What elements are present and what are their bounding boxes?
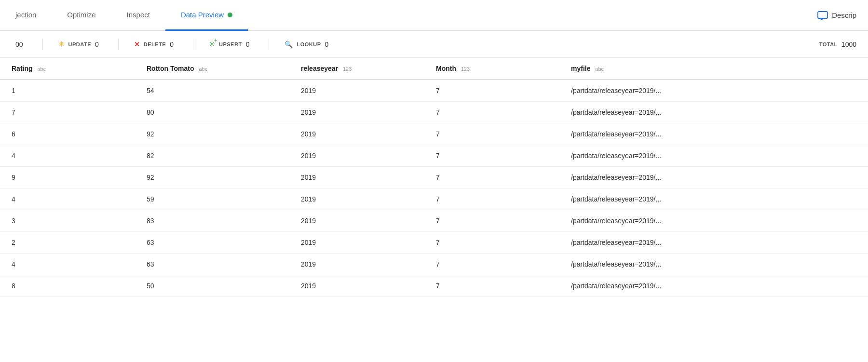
cell-myfile: /partdata/releaseyear=2019/... — [559, 102, 868, 123]
cell-myfile: /partdata/releaseyear=2019/... — [559, 167, 868, 188]
col-header-month[interactable]: Month 123 — [424, 58, 559, 80]
stat-total: TOTAL 1000 — [819, 40, 856, 48]
col-header-rotton[interactable]: Rotton Tomato abc — [135, 58, 289, 80]
table-row: 38320197/partdata/releaseyear=2019/... — [0, 210, 868, 232]
cell-month: 7 — [424, 167, 559, 188]
cell-month: 7 — [424, 80, 559, 102]
cell-myfile: /partdata/releaseyear=2019/... — [559, 232, 868, 254]
cell-rating: 7 — [0, 102, 135, 123]
cell-rotton: 63 — [135, 232, 289, 254]
chat-icon[interactable] — [817, 11, 828, 20]
cell-rating: 8 — [0, 275, 135, 297]
cell-myfile: /partdata/releaseyear=2019/... — [559, 123, 868, 145]
cell-rating: 2 — [0, 232, 135, 254]
cell-rotton: 54 — [135, 80, 289, 102]
cell-rating: 4 — [0, 145, 135, 167]
cell-rotton: 83 — [135, 210, 289, 232]
tab-data-preview-label: Data Preview — [181, 11, 224, 19]
col-myfile-label: myfile — [571, 65, 590, 72]
cell-releaseyear: 2019 — [289, 254, 424, 275]
stat-lookup: 🔍 LOOKUP 0 — [285, 40, 348, 48]
cell-myfile: /partdata/releaseyear=2019/... — [559, 80, 868, 102]
col-month-type: 123 — [461, 66, 470, 72]
cell-month: 7 — [424, 102, 559, 123]
top-nav: jection Optimize Inspect Data Preview De… — [0, 0, 868, 31]
cell-releaseyear: 2019 — [289, 80, 424, 102]
cell-rating: 3 — [0, 210, 135, 232]
stat-leading-count: 00 — [12, 40, 42, 48]
tab-projection[interactable]: jection — [0, 0, 52, 31]
tab-optimize-label: Optimize — [67, 11, 95, 19]
chat-bubble-icon — [817, 11, 828, 20]
table-row: 99220197/partdata/releaseyear=2019/... — [0, 167, 868, 188]
col-releaseyear-type: 123 — [343, 66, 352, 72]
cell-rating: 6 — [0, 123, 135, 145]
table-row: 78020197/partdata/releaseyear=2019/... — [0, 102, 868, 123]
data-table-container: Rating abc Rotton Tomato abc releaseyear… — [0, 58, 868, 297]
stat-update: ✳ UPDATE 0 — [58, 40, 118, 49]
lookup-icon: 🔍 — [285, 40, 293, 48]
tab-optimize[interactable]: Optimize — [52, 0, 111, 31]
stat-delete: ✕ DELETE 0 — [134, 40, 193, 48]
stats-bar: 00 ✳ UPDATE 0 ✕ DELETE 0 ✳+ UPSERT 0 🔍 L… — [0, 31, 868, 58]
delete-value: 0 — [170, 40, 174, 48]
col-header-myfile[interactable]: myfile abc — [559, 58, 868, 80]
svg-rect-0 — [818, 12, 827, 18]
cell-month: 7 — [424, 210, 559, 232]
cell-releaseyear: 2019 — [289, 210, 424, 232]
cell-rotton: 92 — [135, 123, 289, 145]
table-row: 48220197/partdata/releaseyear=2019/... — [0, 145, 868, 167]
lookup-label: LOOKUP — [297, 41, 321, 47]
upsert-icon: ✳+ — [209, 40, 215, 49]
table-row: 85020197/partdata/releaseyear=2019/... — [0, 275, 868, 297]
cell-myfile: /partdata/releaseyear=2019/... — [559, 210, 868, 232]
cell-releaseyear: 2019 — [289, 232, 424, 254]
cell-rotton: 59 — [135, 188, 289, 210]
data-table: Rating abc Rotton Tomato abc releaseyear… — [0, 58, 868, 297]
cell-month: 7 — [424, 254, 559, 275]
table-header-row: Rating abc Rotton Tomato abc releaseyear… — [0, 58, 868, 80]
cell-month: 7 — [424, 232, 559, 254]
cell-rating: 1 — [0, 80, 135, 102]
col-header-releaseyear[interactable]: releaseyear 123 — [289, 58, 424, 80]
cell-month: 7 — [424, 145, 559, 167]
tab-inspect-label: Inspect — [127, 11, 150, 19]
tab-projection-label: jection — [15, 11, 36, 19]
cell-month: 7 — [424, 123, 559, 145]
cell-rotton: 92 — [135, 167, 289, 188]
cell-month: 7 — [424, 188, 559, 210]
lookup-value: 0 — [325, 40, 328, 48]
col-header-rating[interactable]: Rating abc — [0, 58, 135, 80]
cell-rotton: 50 — [135, 275, 289, 297]
col-rotton-label: Rotton Tomato — [147, 65, 194, 72]
table-row: 69220197/partdata/releaseyear=2019/... — [0, 123, 868, 145]
table-row: 46320197/partdata/releaseyear=2019/... — [0, 254, 868, 275]
update-icon: ✳ — [58, 40, 65, 49]
update-value: 0 — [95, 40, 99, 48]
cell-myfile: /partdata/releaseyear=2019/... — [559, 145, 868, 167]
col-releaseyear-label: releaseyear — [301, 65, 338, 72]
delete-label: DELETE — [144, 41, 166, 47]
cell-rotton: 82 — [135, 145, 289, 167]
cell-month: 7 — [424, 275, 559, 297]
cell-myfile: /partdata/releaseyear=2019/... — [559, 254, 868, 275]
stat-upsert: ✳+ UPSERT 0 — [209, 40, 269, 49]
table-row: 45920197/partdata/releaseyear=2019/... — [0, 188, 868, 210]
stat-divider-1 — [42, 39, 43, 50]
cell-releaseyear: 2019 — [289, 145, 424, 167]
cell-releaseyear: 2019 — [289, 167, 424, 188]
tab-data-preview[interactable]: Data Preview — [165, 0, 248, 31]
cell-rating: 4 — [0, 188, 135, 210]
delete-icon: ✕ — [134, 40, 140, 48]
tab-inspect[interactable]: Inspect — [111, 0, 165, 31]
total-value: 1000 — [841, 40, 856, 48]
cell-rating: 9 — [0, 167, 135, 188]
upsert-value: 0 — [246, 40, 250, 48]
col-month-label: Month — [436, 65, 456, 72]
col-rating-label: Rating — [12, 65, 33, 72]
stat-divider-2 — [118, 39, 119, 50]
cell-releaseyear: 2019 — [289, 188, 424, 210]
col-rating-type: abc — [37, 66, 46, 72]
cell-releaseyear: 2019 — [289, 102, 424, 123]
total-label: TOTAL — [819, 41, 838, 47]
